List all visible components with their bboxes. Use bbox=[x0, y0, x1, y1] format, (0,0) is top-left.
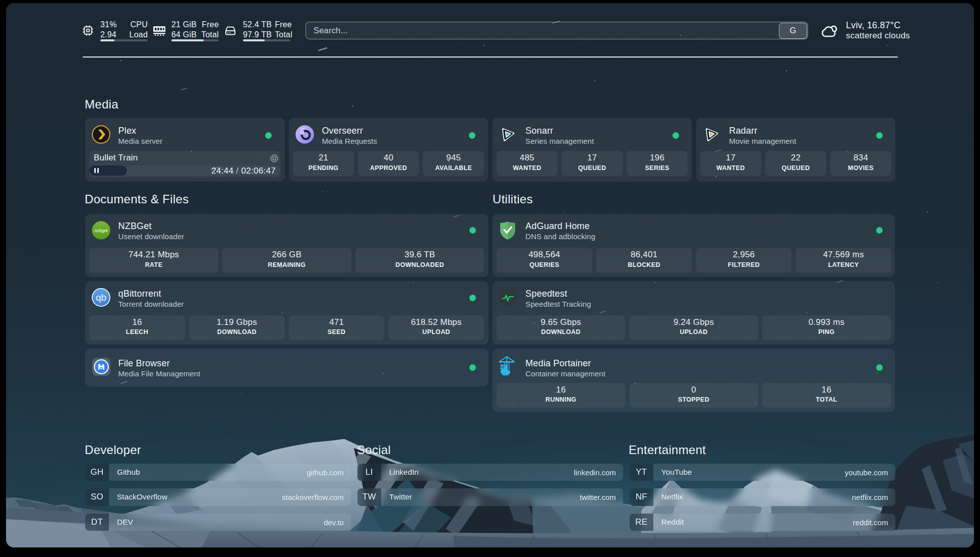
svg-text:nzbget: nzbget bbox=[94, 228, 107, 233]
svg-text:qb: qb bbox=[95, 292, 106, 303]
